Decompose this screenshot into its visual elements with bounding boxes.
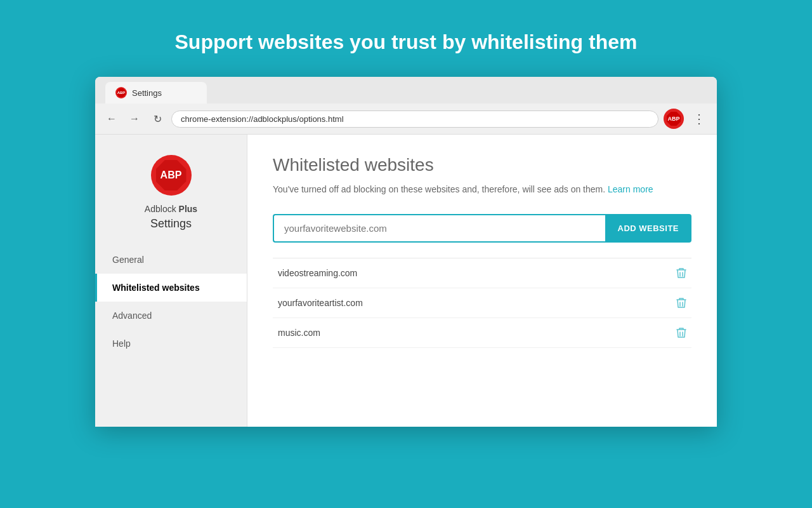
list-item: videostreaming.com (273, 258, 691, 288)
sidebar-item-general[interactable]: General (95, 246, 247, 274)
delete-icon[interactable] (676, 297, 686, 309)
add-website-row: ADD WEBSITE (273, 214, 691, 243)
list-item: yourfavoriteartist.com (273, 288, 691, 318)
add-website-button[interactable]: ADD WEBSITE (605, 214, 692, 243)
abp-extension-icon[interactable]: ABP (664, 109, 684, 129)
browser-content: ABP Adblock Plus Settings General Whitel… (95, 135, 717, 427)
list-item: music.com (273, 318, 691, 348)
brand-name: Adblock Plus (145, 203, 197, 216)
abp-logo: ABP (151, 155, 192, 196)
sidebar-nav: General Whitelisted websites Advanced He… (95, 246, 247, 358)
sidebar-item-whitelisted[interactable]: Whitelisted websites (95, 274, 247, 302)
back-button[interactable]: ← (103, 110, 121, 128)
website-name: videostreaming.com (278, 268, 357, 278)
delete-icon[interactable] (676, 267, 686, 279)
sidebar: ABP Adblock Plus Settings General Whitel… (95, 135, 247, 427)
abp-stop-small: ABP (117, 88, 126, 97)
browser-toolbar: ← → ↻ ABP ⋮ (95, 104, 717, 135)
browser-tab[interactable]: ABP Settings (105, 82, 207, 104)
description-text: You've turned off ad blocking on these w… (273, 184, 605, 194)
sidebar-item-advanced[interactable]: Advanced (95, 302, 247, 330)
abp-logo-stop: ABP (156, 160, 187, 190)
delete-icon[interactable] (676, 327, 686, 338)
address-bar[interactable] (171, 110, 658, 128)
forward-button[interactable]: → (126, 110, 143, 128)
browser-menu-button[interactable]: ⋮ (689, 109, 709, 129)
tab-favicon: ABP (115, 87, 127, 98)
brand-subtitle: Settings (150, 217, 192, 231)
abp-stop-sign: ABP (667, 112, 681, 126)
reload-button[interactable]: ↻ (148, 110, 166, 128)
abp-icon-text: ABP (667, 116, 679, 122)
browser-chrome: ABP Settings (95, 77, 717, 104)
browser-window: ABP Settings ← → ↻ ABP ⋮ ABP A (95, 77, 717, 427)
learn-more-link[interactable]: Learn more (608, 184, 653, 194)
page-headline: Support websites you trust by whitelisti… (175, 30, 638, 54)
tab-bar: ABP Settings (95, 77, 717, 104)
website-input[interactable] (273, 214, 605, 243)
brand-adblock: Adblock (145, 204, 176, 214)
brand-plus: Plus (179, 204, 198, 214)
page-title: Whitelisted websites (273, 155, 691, 175)
sidebar-brand: ABP Adblock Plus Settings (134, 135, 207, 246)
website-list: videostreaming.com yourfavoriteartist.co… (273, 258, 691, 348)
main-content: Whitelisted websites You've turned off a… (247, 135, 717, 427)
page-description: You've turned off ad blocking on these w… (273, 183, 691, 196)
website-name: yourfavoriteartist.com (278, 298, 363, 308)
tab-title: Settings (132, 88, 162, 98)
sidebar-item-help[interactable]: Help (95, 330, 247, 358)
website-name: music.com (278, 328, 320, 338)
